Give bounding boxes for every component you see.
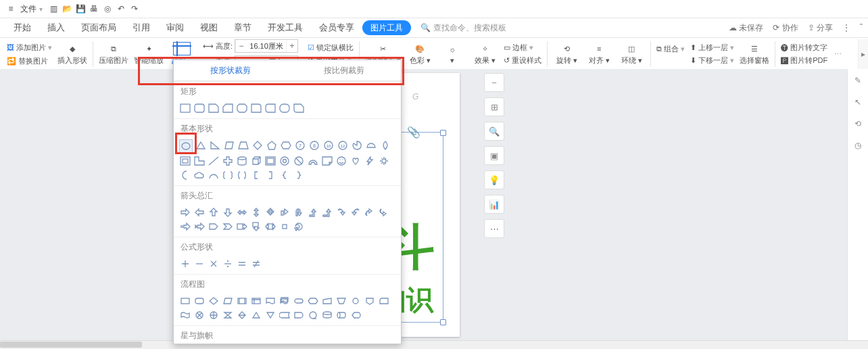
float-more-icon[interactable]: ⋯ — [484, 219, 504, 238]
shape-tear[interactable] — [379, 139, 391, 152]
shape-cloud[interactable] — [193, 169, 206, 181]
tab-reference[interactable]: 引用 — [124, 18, 158, 37]
smart-scale-button[interactable]: ✦智能缩放 — [131, 39, 166, 69]
float-idea-icon[interactable]: 💡 — [484, 170, 504, 189]
shape-can[interactable] — [236, 155, 248, 167]
flow-seq[interactable] — [307, 309, 319, 321]
shape-dbracket[interactable] — [222, 169, 234, 181]
shape-foldcorner[interactable] — [321, 155, 333, 167]
crop-tab-ratio[interactable]: 按比例裁剪 — [287, 60, 401, 80]
rotate-button[interactable]: ⟲旋转 ▾ — [550, 39, 583, 69]
undo-icon[interactable]: ↶ — [114, 2, 128, 16]
shape-heart[interactable] — [349, 155, 362, 167]
pic-to-text-button[interactable]: 🅣图片转文字 — [778, 42, 830, 53]
shape-dbrace[interactable] — [236, 169, 248, 181]
arrow-lr[interactable] — [236, 206, 248, 218]
collaborate-button[interactable]: ⟳ 协作 — [773, 22, 798, 34]
shape-heptagon[interactable]: 7 — [294, 139, 306, 152]
reset-style-button[interactable]: ↺重设样式 — [501, 55, 544, 66]
unsaved-indicator[interactable]: ☁ 未保存 — [729, 22, 763, 34]
shape-roundd[interactable] — [279, 102, 291, 114]
color-button[interactable]: 🎨色彩 ▾ — [404, 39, 436, 69]
command-search[interactable]: 🔍 查找命令、搜索模板 — [420, 22, 506, 34]
height-decrease[interactable]: − — [235, 40, 247, 52]
scroll-thumb[interactable] — [0, 342, 142, 348]
tab-picture-tools[interactable]: 图片工具 — [362, 20, 411, 35]
tab-view[interactable]: 视图 — [192, 18, 226, 37]
brightness-button[interactable]: ☼▾ — [436, 39, 468, 69]
arrow-callout-q[interactable] — [279, 220, 291, 233]
shape-lbracket[interactable] — [250, 169, 262, 181]
flow-manualin[interactable] — [321, 295, 333, 307]
shape-rt-triangle[interactable] — [209, 139, 221, 152]
arrow-curved-d[interactable] — [378, 206, 390, 218]
shape-chord[interactable] — [365, 139, 377, 152]
shape-roundrect[interactable] — [193, 102, 206, 114]
shape-triangle[interactable] — [195, 139, 207, 152]
ribbon-scroll-right[interactable]: ▸ — [858, 39, 868, 69]
shape-parallelogram[interactable] — [223, 139, 235, 152]
crop-tab-shape[interactable]: 按形状裁剪 — [174, 60, 287, 80]
shape-pie[interactable] — [351, 139, 363, 152]
group-button[interactable]: ⧉组合▾ — [654, 43, 688, 55]
add-image-button[interactable]: 🖼添加图片▾ — [4, 42, 55, 53]
shape-snipd[interactable] — [236, 102, 248, 114]
formula-divide[interactable] — [222, 258, 234, 270]
formula-plus[interactable] — [179, 258, 191, 270]
shape-pentagon[interactable] — [266, 139, 278, 152]
formula-equal[interactable] — [236, 258, 248, 270]
flow-alt[interactable] — [193, 295, 206, 307]
arrow-right[interactable] — [179, 206, 191, 218]
tab-layout[interactable]: 页面布局 — [73, 18, 124, 37]
arrow-curved-l[interactable] — [349, 206, 362, 218]
shape-lightning[interactable] — [364, 155, 376, 167]
shape-frame[interactable] — [179, 155, 191, 167]
arrow-bentup[interactable] — [321, 206, 333, 218]
flow-internal[interactable] — [250, 295, 262, 307]
shape-cube[interactable] — [250, 155, 262, 167]
arrow-striped[interactable] — [179, 220, 191, 233]
shape-oval[interactable] — [179, 139, 193, 153]
flow-delay[interactable] — [293, 309, 305, 321]
arrow-callout-r[interactable] — [236, 220, 248, 233]
border-button[interactable]: ▭边框▾ — [501, 42, 544, 53]
arrow-down[interactable] — [222, 206, 234, 218]
shape-noentry[interactable] — [293, 155, 305, 167]
shape-bevel[interactable] — [264, 155, 276, 167]
flow-document[interactable] — [264, 295, 276, 307]
file-menu[interactable]: ≡ 文件 ▾ — [4, 2, 43, 16]
flow-card[interactable] — [378, 295, 390, 307]
tab-devtools[interactable]: 开发工具 — [260, 18, 311, 37]
float-zoom-icon[interactable]: 🔍 — [484, 122, 504, 141]
shape-decagon[interactable]: 10 — [322, 139, 335, 152]
tab-review[interactable]: 审阅 — [158, 18, 192, 37]
shape-donut[interactable] — [279, 155, 291, 167]
save-icon[interactable]: 💾 — [74, 2, 87, 16]
arrow-circular[interactable] — [293, 220, 305, 233]
up-layer-button[interactable]: ⬆上移一层▾ — [688, 42, 737, 53]
shape-rect[interactable] — [179, 102, 191, 114]
shape-rbracket[interactable] — [264, 169, 276, 181]
lock-ratio-checkbox[interactable]: ☑锁定纵横比 — [305, 42, 356, 53]
share-button[interactable]: ⇪ 分享 — [808, 22, 833, 34]
down-layer-button[interactable]: ⬇下移一层▾ — [688, 55, 737, 66]
open-icon[interactable]: 📂 — [60, 2, 74, 16]
arrow-curved-u[interactable] — [364, 206, 376, 218]
flow-data[interactable] — [222, 295, 234, 307]
rail-pen-icon[interactable]: ✎ — [854, 76, 861, 85]
select-pane-button[interactable]: ☰选择窗格 — [737, 39, 772, 69]
shape-round1[interactable] — [250, 102, 262, 114]
new-icon[interactable]: ▥ — [47, 2, 60, 16]
arrow-ud[interactable] — [250, 206, 262, 218]
shape-diag[interactable] — [208, 155, 220, 167]
height-spinner[interactable]: − 16.10厘米 + — [235, 39, 298, 53]
flow-tape[interactable] — [179, 309, 191, 321]
insert-shape-button[interactable]: ◆插入形状 — [55, 39, 90, 69]
more-ribbon-icon[interactable]: ⋯ — [831, 49, 844, 60]
more-icon[interactable]: ⋮ — [842, 23, 850, 32]
tab-start[interactable]: 开始 — [5, 18, 39, 37]
float-minus[interactable]: − — [484, 73, 504, 92]
shape-round2[interactable] — [264, 102, 276, 114]
shape-rbrace[interactable] — [293, 169, 305, 181]
shape-blockarc[interactable] — [307, 155, 319, 167]
